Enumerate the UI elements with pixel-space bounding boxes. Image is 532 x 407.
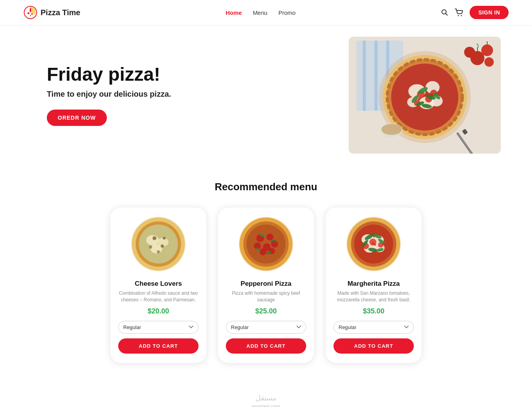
hero-section: Friday pizza! Time to enjoy our deliciou… (0, 25, 532, 165)
order-now-button[interactable]: OREDR NOW (47, 110, 107, 126)
logo-icon (23, 5, 37, 19)
hero-title: Friday pizza! (47, 64, 211, 85)
pizza-card-pepperoni: Pepperoni Pizza Pizza with homemade spic… (218, 207, 314, 363)
pizza-desc-pepperoni: Pizza with homemade spicy beef sausage (226, 290, 306, 303)
card-body-cheese: Cheese Lovers Combination of Alfredo sau… (110, 276, 206, 354)
pizza-card-cheese-lovers: Cheese Lovers Combination of Alfredo sau… (110, 207, 207, 363)
svg-point-1 (28, 12, 30, 14)
pizza-card-margherita: Margherita Pizza Made with San Marzano t… (325, 207, 422, 363)
svg-point-36 (464, 47, 475, 58)
svg-line-5 (446, 14, 448, 16)
pizza-image-cheese (131, 217, 186, 271)
size-select-cheese[interactable]: Regular Medium Large (118, 321, 199, 334)
hero-image-area (337, 37, 501, 154)
pizza-image-pepperoni (239, 217, 293, 271)
cart-button[interactable] (455, 9, 463, 16)
cards-grid: Cheese Lovers Combination of Alfredo sau… (23, 207, 509, 363)
section-title: Recommended menu (23, 181, 509, 193)
card-body-pepperoni: Pepperoni Pizza Pizza with homemade spic… (218, 276, 314, 354)
pizza-name-cheese: Cheese Lovers (118, 280, 199, 288)
svg-point-54 (157, 250, 160, 253)
logo-area: Pizza Time (23, 5, 80, 19)
footer-watermark: مستقل mostaqi.com (0, 387, 532, 407)
svg-point-53 (163, 237, 166, 240)
hero-pizza-image (349, 37, 501, 154)
hero-content: Friday pizza! Time to enjoy our deliciou… (47, 64, 211, 126)
navbar: Pizza Time Home Menu Promo SIGN IN (0, 0, 532, 25)
sign-in-button[interactable]: SIGN IN (470, 6, 509, 19)
add-to-cart-margherita[interactable]: ADD TO CART (333, 338, 414, 354)
pizza-desc-margherita: Made with San Marzano tomatoes, mozzarel… (333, 290, 414, 303)
svg-point-37 (484, 57, 494, 67)
card-img-margherita (326, 207, 422, 276)
size-select-pepperoni[interactable]: Regular Medium Large (226, 321, 306, 334)
pizza-price-pepperoni: $25.00 (226, 307, 306, 315)
svg-point-3 (30, 15, 31, 16)
svg-point-49 (151, 244, 162, 253)
svg-point-76 (369, 239, 376, 246)
nav-link-home[interactable]: Home (225, 9, 242, 16)
card-body-margherita: Margherita Pizza Made with San Marzano t… (326, 276, 422, 354)
svg-point-35 (481, 44, 493, 56)
hero-pizza-svg (349, 37, 501, 154)
svg-point-50 (153, 236, 156, 240)
svg-point-59 (266, 234, 273, 241)
watermark-text: mostaqi.com (252, 403, 280, 407)
svg-point-6 (458, 15, 459, 16)
pizza-price-cheese: $20.00 (118, 307, 199, 315)
pizza-image-margherita (346, 217, 401, 271)
watermark-arabic: مستقل (0, 394, 532, 402)
nav-icons: SIGN IN (441, 6, 509, 19)
pizza-name-margherita: Margherita Pizza (333, 280, 414, 288)
svg-point-2 (31, 13, 33, 15)
card-img-cheese (110, 207, 206, 276)
pizza-price-margherita: $35.00 (333, 307, 414, 315)
add-to-cart-cheese[interactable]: ADD TO CART (118, 338, 199, 354)
svg-point-7 (461, 15, 462, 16)
search-icon (441, 9, 449, 16)
nav-link-menu[interactable]: Menu (253, 9, 268, 16)
add-to-cart-pepperoni[interactable]: ADD TO CART (226, 338, 306, 354)
size-select-margherita[interactable]: Regular Medium Large (333, 321, 414, 334)
nav-link-promo[interactable]: Promo (278, 9, 296, 16)
search-button[interactable] (441, 9, 449, 16)
pizza-name-pepperoni: Pepperoni Pizza (226, 280, 306, 288)
svg-point-43 (381, 124, 402, 135)
svg-point-51 (161, 244, 164, 248)
svg-point-52 (149, 246, 152, 249)
brand-name: Pizza Time (41, 8, 80, 17)
recommended-section: Recommended menu (0, 165, 532, 387)
cart-icon (455, 9, 463, 16)
hero-subtitle: Time to enjoy our delicious pizza. (47, 90, 211, 99)
card-img-pepperoni (218, 207, 314, 276)
svg-point-63 (259, 248, 266, 255)
svg-point-47 (146, 235, 159, 245)
nav-links: Home Menu Promo (225, 9, 295, 16)
pizza-desc-cheese: Combination of Alfredo sauce and two che… (118, 290, 199, 303)
